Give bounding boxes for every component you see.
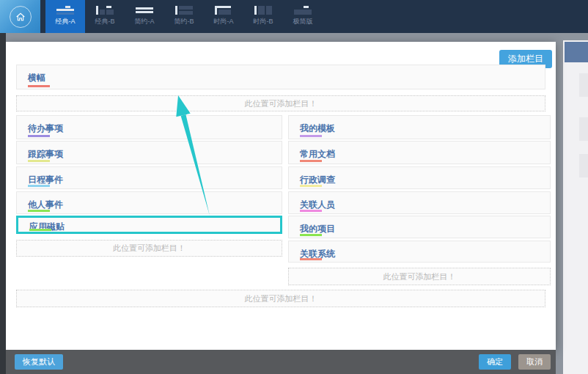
section-item-label: 日程事件 <box>17 167 282 186</box>
tab-simple-b[interactable]: 简约-B <box>164 0 204 33</box>
section-item[interactable]: 常用文档 <box>288 141 551 164</box>
layout-thumbnail-icon <box>254 5 273 15</box>
layout-thumbnail-icon <box>214 5 233 15</box>
section-item[interactable]: 他人事件 <box>16 191 282 214</box>
placeholder-text: 此位置可添加栏目！ <box>113 243 185 254</box>
section-item-label: 关联人员 <box>289 192 550 211</box>
tab-classic-a[interactable]: 经典-A <box>45 0 85 33</box>
section-item-label: 待办事项 <box>17 116 282 135</box>
section-item-banner[interactable]: 横幅 <box>16 65 545 89</box>
accent-underline <box>28 85 50 87</box>
cancel-button[interactable]: 取消 <box>518 354 551 370</box>
layout-thumbnail-icon <box>174 5 194 15</box>
section-item-label: 我的模板 <box>289 116 550 135</box>
section-item[interactable]: 待办事项 <box>16 115 282 139</box>
background-panel-row <box>579 154 588 177</box>
left-shadow-strip <box>0 33 6 374</box>
tab-fashion-a[interactable]: 时尚-A <box>204 0 243 33</box>
placeholder-text: 此位置可添加栏目！ <box>245 98 317 109</box>
background-panel <box>563 40 588 374</box>
tab-label: 时尚-A <box>204 17 243 26</box>
tab-label: 时尚-B <box>243 17 283 26</box>
layout-thumbnail-icon <box>135 5 154 15</box>
section-item-label: 他人事件 <box>17 192 282 211</box>
section-item-label: 应用磁贴 <box>18 218 280 233</box>
accent-underline <box>28 160 50 162</box>
tab-fashion-b[interactable]: 时尚-B <box>243 0 283 33</box>
tab-label: 经典-B <box>85 17 125 26</box>
layout-thumbnail-icon <box>95 5 114 15</box>
accent-underline <box>300 135 322 137</box>
tab-label: 经典-A <box>45 17 85 26</box>
section-item[interactable]: 我的项目 <box>288 216 551 238</box>
confirm-button[interactable]: 确定 <box>479 354 511 370</box>
section-item[interactable]: 跟踪事项 <box>16 141 282 164</box>
layout-thumbnail-icon <box>293 5 312 15</box>
tab-label: 简约-B <box>164 17 204 26</box>
section-item[interactable]: 关联系统 <box>288 241 551 263</box>
layout-switcher-bar: 经典-A 经典-B 简约-A 简约-B 时尚-A 时尚-B 极简版 <box>0 0 588 33</box>
section-item-label: 行政调查 <box>289 167 550 186</box>
placeholder-text: 此位置可添加栏目！ <box>383 271 456 282</box>
section-item-label: 常用文档 <box>289 142 550 161</box>
background-panel-row <box>579 117 588 141</box>
home-button[interactable] <box>0 0 40 33</box>
accent-underline <box>28 185 50 187</box>
layout-thumbnail-icon <box>56 5 75 15</box>
restore-default-button[interactable]: 恢复默认 <box>15 354 63 370</box>
placeholder-text: 此位置可添加栏目！ <box>245 293 317 304</box>
accent-underline <box>300 210 322 212</box>
home-icon <box>10 6 32 28</box>
empty-slot-placeholder[interactable]: 此位置可添加栏目！ <box>16 95 545 111</box>
section-item[interactable]: 我的模板 <box>288 115 551 139</box>
left-column: 待办事项 跟踪事项 日程事件 他人事件 应用磁贴 此位置可添加栏目！ <box>16 115 282 257</box>
right-column: 我的模板 常用文档 行政调查 关联人员 我的项目 关联系统 此位置可添加栏目！ <box>288 115 551 285</box>
section-item-label: 横幅 <box>17 65 545 84</box>
tab-label: 极简版 <box>283 17 323 26</box>
footer-action-bar: 恢复默认 确定 取消 <box>6 350 556 374</box>
tab-classic-b[interactable]: 经典-B <box>85 0 125 33</box>
section-item-label: 关联系统 <box>289 241 550 260</box>
accent-underline <box>300 160 322 162</box>
background-panel-header <box>565 42 588 62</box>
empty-slot-placeholder[interactable]: 此位置可添加栏目！ <box>16 290 545 307</box>
empty-slot-placeholder[interactable]: 此位置可添加栏目！ <box>288 268 551 285</box>
tab-simple-a[interactable]: 简约-A <box>125 0 164 33</box>
accent-underline <box>29 229 51 231</box>
section-item-dragging[interactable]: 应用磁贴 <box>16 216 282 234</box>
section-item-label: 我的项目 <box>289 216 550 235</box>
tab-minimal[interactable]: 极简版 <box>283 0 323 33</box>
background-panel-row <box>579 73 588 97</box>
empty-slot-placeholder[interactable]: 此位置可添加栏目！ <box>16 240 282 257</box>
accent-underline <box>28 135 50 137</box>
section-item[interactable]: 行政调查 <box>288 166 551 189</box>
section-item[interactable]: 关联人员 <box>288 191 551 214</box>
section-item[interactable]: 日程事件 <box>16 166 282 189</box>
accent-underline <box>28 210 50 212</box>
section-item-label: 跟踪事项 <box>17 142 282 161</box>
accent-underline <box>300 258 322 260</box>
layout-edit-panel: 添加栏目 横幅 此位置可添加栏目！ 待办事项 跟踪事项 日程事件 他人事件 应用… <box>6 42 556 350</box>
tab-label: 简约-A <box>125 17 164 26</box>
accent-underline <box>300 234 322 236</box>
accent-underline <box>300 185 322 187</box>
layout-tabs: 经典-A 经典-B 简约-A 简约-B 时尚-A 时尚-B 极简版 <box>45 0 323 33</box>
